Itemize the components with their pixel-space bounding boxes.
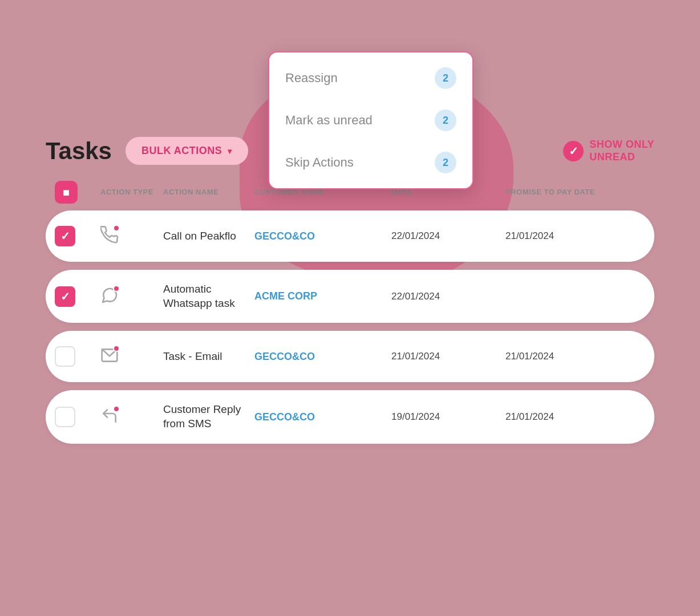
select-all-cell: ■	[55, 181, 100, 204]
date-cell-0: 22/01/2024	[391, 230, 505, 242]
table-row: ✓ Call on Peakflo GECCO&CO 22/01/2024 21…	[46, 210, 654, 262]
show-unread-toggle[interactable]: ✓ SHOW ONLYUNREAD	[563, 139, 654, 163]
dropdown-item-reassign[interactable]: Reassign 2	[269, 57, 472, 99]
date-cell-2: 21/01/2024	[391, 351, 505, 362]
customer-name-3[interactable]: GECCO&CO	[254, 411, 391, 423]
unread-dot-3	[113, 406, 120, 412]
action-icon-0	[100, 226, 119, 244]
header-action-name: ACTION NAME	[163, 188, 254, 197]
action-name-3: Customer Reply from SMS	[163, 403, 254, 431]
select-all-icon: ■	[63, 186, 70, 199]
page-title: Tasks	[46, 137, 112, 165]
tasks-list: ✓ Call on Peakflo GECCO&CO 22/01/2024 21…	[46, 210, 654, 444]
dropdown-item-reassign-badge: 2	[435, 67, 456, 89]
action-type-cell-1	[100, 286, 163, 307]
promise-date-cell-2: 21/01/2024	[505, 351, 631, 362]
customer-name-0[interactable]: GECCO&CO	[254, 230, 391, 242]
date-cell-3: 19/01/2024	[391, 411, 505, 423]
action-icon-3	[100, 407, 119, 425]
promise-date-cell-0: 21/01/2024	[505, 230, 631, 242]
action-name-1: Automatic Whatsapp task	[163, 282, 254, 310]
bulk-actions-button[interactable]: BULK ACTIONS ▾	[126, 137, 248, 165]
dropdown-item-skip-actions-badge: 2	[435, 152, 456, 173]
action-icon-1	[100, 286, 119, 305]
bulk-actions-label: BULK ACTIONS	[141, 145, 222, 157]
header-promise-date: PROMISE TO PAY DATE	[505, 188, 631, 197]
unread-dot-1	[113, 285, 120, 292]
action-type-cell-0	[100, 226, 163, 246]
unread-dot-0	[113, 225, 120, 232]
customer-name-1[interactable]: ACME CORP	[254, 290, 391, 302]
select-all-button[interactable]: ■	[55, 181, 78, 204]
task-checkbox-2[interactable]	[55, 346, 75, 367]
chevron-down-icon: ▾	[228, 147, 232, 156]
table-row: Task - Email GECCO&CO 21/01/2024 21/01/2…	[46, 331, 654, 382]
unread-dot-2	[113, 345, 120, 352]
customer-name-2[interactable]: GECCO&CO	[254, 351, 391, 363]
table-row: Customer Reply from SMS GECCO&CO 19/01/2…	[46, 390, 654, 443]
show-unread-label: SHOW ONLYUNREAD	[589, 139, 654, 163]
dropdown-item-skip-actions-label: Skip Actions	[285, 155, 354, 170]
bulk-actions-dropdown: Reassign 2 Mark as unread 2 Skip Actions…	[268, 51, 474, 189]
action-name-0: Call on Peakflo	[163, 229, 254, 244]
dropdown-item-mark-unread[interactable]: Mark as unread 2	[269, 99, 472, 141]
promise-date-cell-3: 21/01/2024	[505, 411, 631, 423]
task-checkbox-1[interactable]: ✓	[55, 286, 75, 307]
table-row: ✓ Automatic Whatsapp task ACME CORP 22/0…	[46, 270, 654, 323]
action-type-cell-2	[100, 346, 163, 367]
action-type-cell-3	[100, 407, 163, 427]
action-icon-2	[100, 346, 119, 364]
action-name-2: Task - Email	[163, 350, 254, 364]
task-checkbox-0[interactable]: ✓	[55, 226, 75, 246]
header-action-type: ACTION TYPE	[100, 188, 163, 197]
dropdown-item-skip-actions[interactable]: Skip Actions 2	[269, 141, 472, 184]
show-unread-checkbox[interactable]: ✓	[563, 141, 584, 161]
task-checkbox-3[interactable]	[55, 407, 75, 427]
dropdown-item-reassign-label: Reassign	[285, 71, 338, 86]
dropdown-item-mark-unread-label: Mark as unread	[285, 113, 373, 128]
date-cell-1: 22/01/2024	[391, 291, 505, 302]
dropdown-item-mark-unread-badge: 2	[435, 110, 456, 131]
